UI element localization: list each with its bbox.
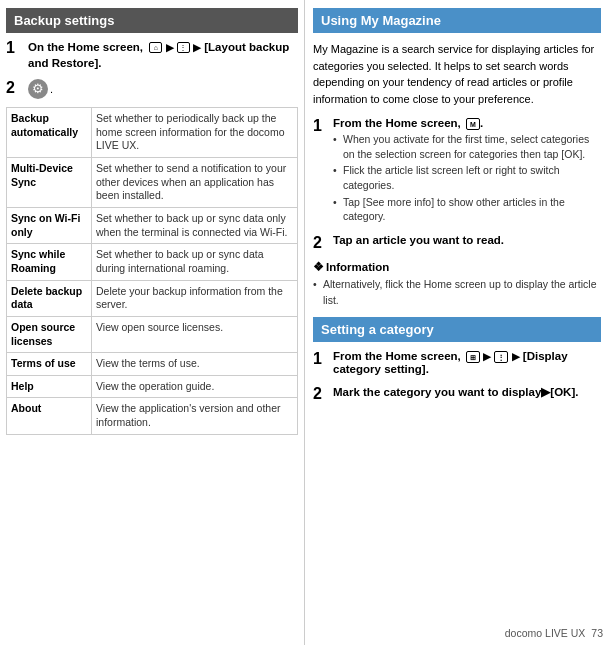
table-cell-label: Terms of use (7, 353, 92, 376)
right-section2-step-2: 2 Mark the category you want to display▶… (313, 385, 601, 403)
info-bullet: Alternatively, flick the Home screen up … (313, 277, 601, 309)
right-panel: Using My Magazine My Magazine is a searc… (305, 0, 609, 645)
right-step-1-number: 1 (313, 117, 333, 135)
table-cell-label: Help (7, 375, 92, 398)
right-section2-step-1: 1 From the Home screen, ⊞ ▶ ⋮ ▶ [Display… (313, 350, 601, 377)
backup-settings-header: Backup settings (6, 8, 298, 33)
table-cell-description: Set whether to periodically back up the … (92, 108, 298, 158)
step-1-number: 1 (6, 39, 28, 57)
display-icon-2: ⋮ (494, 351, 508, 363)
info-header: Information (313, 260, 601, 274)
arrow-1: ▶ (166, 42, 174, 53)
table-cell-description: View the application's version and other… (92, 398, 298, 434)
table-cell-label: Backup automatically (7, 108, 92, 158)
right-step-1-content: From the Home screen, M. When you activa… (333, 117, 601, 226)
right-step-2-number: 2 (313, 234, 333, 252)
home-icon: ⌂ (149, 42, 162, 53)
step-1: 1 On the Home screen, ⌂ ▶ ⋮ ▶ [Layout ba… (6, 39, 298, 71)
table-row: Multi-Device SyncSet whether to send a n… (7, 158, 298, 208)
using-my-magazine-title: Using My Magazine (321, 13, 441, 28)
table-row: Sync while RoamingSet whether to back up… (7, 244, 298, 280)
table-row: Backup automaticallySet whether to perio… (7, 108, 298, 158)
table-cell-description: View the operation guide. (92, 375, 298, 398)
info-section: Information Alternatively, flick the Hom… (313, 260, 601, 309)
bullet-1: When you activate for the first time, se… (333, 132, 601, 161)
footer: docomo LIVE UX 73 (505, 627, 603, 639)
using-my-magazine-header: Using My Magazine (313, 8, 601, 33)
table-row: Sync on Wi-Fi onlySet whether to back up… (7, 208, 298, 244)
bullet-2: Flick the article list screen left or ri… (333, 163, 601, 192)
right-section2-step2-content: Mark the category you want to display▶[O… (333, 385, 601, 401)
table-cell-description: Set whether to send a notification to yo… (92, 158, 298, 208)
step-1-icons: ⌂ ▶ ⋮ ▶ (146, 41, 204, 53)
right-section2-step2-number: 2 (313, 385, 333, 403)
table-row: Open source licensesView open source lic… (7, 316, 298, 352)
right-step-1: 1 From the Home screen, M. When you acti… (313, 117, 601, 226)
table-cell-label: Multi-Device Sync (7, 158, 92, 208)
setting-category-header: Setting a category (313, 317, 601, 342)
arrow-s2: ▶ (483, 351, 491, 362)
table-row: AboutView the application's version and … (7, 398, 298, 434)
bullet-3: Tap [See more info] to show other articl… (333, 195, 601, 224)
page-number: 73 (591, 627, 603, 639)
setting-category-title: Setting a category (321, 322, 434, 337)
brand-label: docomo LIVE UX (505, 627, 586, 639)
right-step-2: 2 Tap an article you want to read. (313, 234, 601, 252)
step-1-text: On the Home screen, ⌂ ▶ ⋮ ▶ [Layout back… (28, 39, 298, 71)
table-cell-label: Open source licenses (7, 316, 92, 352)
period: . (50, 83, 53, 95)
arrow-s2b: ▶ (512, 351, 520, 362)
table-cell-description: View open source licenses. (92, 316, 298, 352)
arrow-2: ▶ (193, 42, 201, 53)
right-step-2-content: Tap an article you want to read. (333, 234, 601, 248)
right-section2-step1-number: 1 (313, 350, 333, 368)
left-panel: Backup settings 1 On the Home screen, ⌂ … (0, 0, 305, 645)
step-1-bold-1: On the Home screen, (28, 41, 143, 53)
right-step-1-main: From the Home screen, M. (333, 117, 601, 130)
menu-icon: ⋮ (177, 42, 190, 53)
magazine-icon: M (466, 118, 480, 130)
table-row: Terms of useView the terms of use. (7, 353, 298, 376)
right-section2-step1-main: From the Home screen, ⊞ ▶ ⋮ ▶ [Display c… (333, 350, 601, 375)
table-cell-label: Sync on Wi-Fi only (7, 208, 92, 244)
right-section2-step1-content: From the Home screen, ⊞ ▶ ⋮ ▶ [Display c… (333, 350, 601, 377)
display-icon-1: ⊞ (466, 351, 480, 363)
table-cell-label: Delete backup data (7, 280, 92, 316)
right-step-1-bullets: When you activate for the first time, se… (333, 132, 601, 224)
table-cell-label: About (7, 398, 92, 434)
table-row: HelpView the operation guide. (7, 375, 298, 398)
step-2: 2 ⚙ . (6, 79, 298, 99)
gear-icon: ⚙ (28, 79, 48, 99)
table-cell-description: Delete your backup information from the … (92, 280, 298, 316)
right-step-1-text: From the Home screen, (333, 117, 461, 129)
table-cell-description: Set whether to back up or sync data duri… (92, 244, 298, 280)
table-row: Delete backup dataDelete your backup inf… (7, 280, 298, 316)
table-cell-description: View the terms of use. (92, 353, 298, 376)
backup-settings-title: Backup settings (14, 13, 114, 28)
settings-table: Backup automaticallySet whether to perio… (6, 107, 298, 435)
intro-paragraph: My Magazine is a search service for disp… (313, 41, 601, 107)
table-cell-label: Sync while Roaming (7, 244, 92, 280)
right-step-2-main: Tap an article you want to read. (333, 234, 601, 246)
step-2-number: 2 (6, 79, 28, 97)
table-cell-description: Set whether to back up or sync data only… (92, 208, 298, 244)
right-section2-step2-main: Mark the category you want to display▶[O… (333, 385, 601, 399)
step-2-icon: ⚙ . (28, 79, 53, 99)
